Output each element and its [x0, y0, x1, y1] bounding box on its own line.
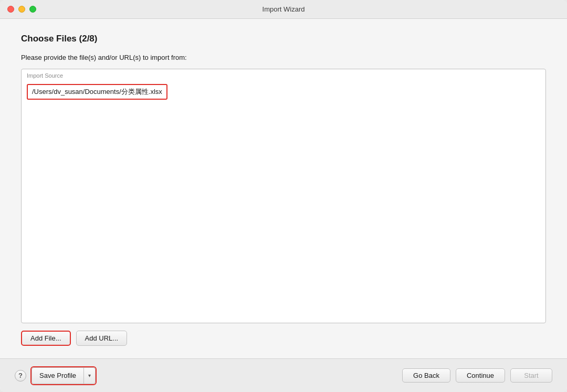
import-source-content: /Users/dv_susan/Documents/分类属性.xlsx: [22, 81, 545, 323]
add-url-button[interactable]: Add URL...: [76, 331, 128, 346]
save-profile-button[interactable]: Save Profile: [32, 369, 83, 382]
continue-button[interactable]: Continue: [456, 368, 505, 383]
title-bar: Import Wizard: [0, 0, 567, 19]
bottom-left: ? Save Profile ▾: [15, 366, 402, 385]
save-profile-dropdown-button[interactable]: ▾: [83, 368, 95, 384]
save-profile-group: Save Profile ▾: [32, 367, 96, 384]
window-title: Import Wizard: [262, 5, 305, 13]
maximize-button[interactable]: [29, 6, 36, 13]
import-source-label: Import Source: [22, 69, 545, 81]
go-back-button[interactable]: Go Back: [402, 368, 450, 383]
content-area: Choose Files (2/8) Please provide the fi…: [0, 19, 567, 358]
import-source-box: Import Source /Users/dv_susan/Documents/…: [21, 69, 546, 323]
add-buttons-row: Add File... Add URL...: [21, 331, 546, 346]
save-profile-wrapper: Save Profile ▾: [30, 366, 97, 385]
main-window: Import Wizard Choose Files (2/8) Please …: [0, 0, 567, 392]
step-title: Choose Files (2/8): [21, 34, 546, 44]
bottom-bar: ? Save Profile ▾ Go Back Continue Start: [0, 358, 567, 392]
close-button[interactable]: [7, 6, 14, 13]
traffic-lights: [7, 6, 36, 13]
minimize-button[interactable]: [18, 6, 25, 13]
start-button[interactable]: Start: [510, 368, 552, 383]
file-path-entry[interactable]: /Users/dv_susan/Documents/分类属性.xlsx: [27, 84, 167, 100]
dropdown-arrow-icon: ▾: [88, 373, 91, 378]
help-button[interactable]: ?: [15, 370, 26, 382]
instructions-text: Please provide the file(s) and/or URL(s)…: [21, 54, 546, 61]
bottom-right: Go Back Continue Start: [402, 368, 552, 383]
add-file-button[interactable]: Add File...: [21, 331, 71, 346]
